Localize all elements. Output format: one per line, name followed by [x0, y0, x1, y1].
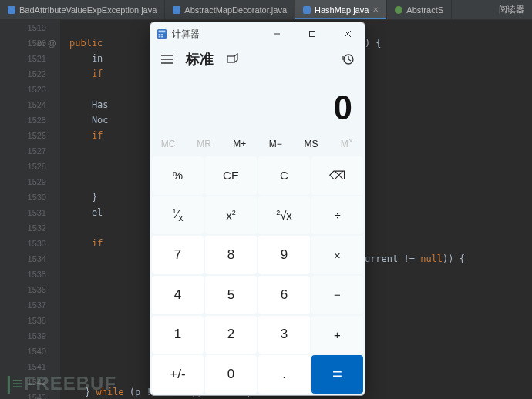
annotation-icon: @: [48, 35, 56, 51]
tab-label: AbstractMapDecorator.java: [184, 5, 287, 15]
keep-on-top-button[interactable]: [220, 47, 244, 72]
memory-minus[interactable]: M−: [258, 139, 293, 149]
line-number-gutter: o↑ @ 15191520152115221523152415251526152…: [0, 20, 60, 399]
maximize-icon: [308, 30, 316, 38]
editor-tab-bar: BadAttributeValueExpException.java Abstr…: [0, 0, 532, 20]
mode-bar: 标准: [150, 45, 365, 73]
key-multiply[interactable]: ×: [311, 236, 363, 274]
minimize-icon: [273, 30, 281, 38]
interface-icon: [395, 6, 402, 14]
key-1[interactable]: 1: [152, 316, 204, 354]
reader-mode-button[interactable]: 阅读器: [491, 0, 532, 19]
key-5[interactable]: 5: [205, 276, 257, 314]
tab-label: BadAttributeValueExpException.java: [19, 5, 157, 15]
implements-icon: o↑: [37, 35, 46, 51]
svg-rect-1: [159, 31, 166, 33]
key-sqrt[interactable]: 2√x: [258, 196, 310, 235]
calculator-app-icon: [157, 28, 167, 39]
memory-store[interactable]: MS: [293, 139, 328, 149]
key-backspace[interactable]: ⌫: [311, 156, 363, 195]
mode-label: 标准: [186, 50, 214, 69]
close-button[interactable]: [332, 22, 363, 45]
calc-display[interactable]: 0: [150, 73, 365, 133]
key-3[interactable]: 3: [258, 316, 310, 354]
key-equals[interactable]: =: [311, 355, 363, 394]
memory-plus[interactable]: M+: [222, 139, 258, 149]
class-icon: [303, 6, 311, 14]
keypad: % CE C ⌫ 1⁄x x2 2√x ÷ 7 8 9 × 4 5 6 − 1 …: [150, 155, 365, 395]
history-icon: [342, 53, 354, 65]
svg-rect-5: [161, 36, 163, 38]
svg-rect-3: [161, 34, 163, 35]
memory-clear[interactable]: MC: [150, 139, 186, 149]
class-icon: [8, 6, 15, 14]
key-8[interactable]: 8: [205, 236, 257, 274]
calculator-window: 计算器 标准: [150, 22, 365, 396]
memory-bar: MC MR M+ M− MS M˅: [150, 133, 365, 155]
close-icon[interactable]: ✕: [372, 5, 379, 14]
minimize-button[interactable]: [261, 22, 292, 45]
svg-rect-2: [159, 34, 161, 35]
hamburger-menu-button[interactable]: [155, 47, 180, 72]
svg-rect-7: [310, 32, 315, 37]
keep-on-top-icon: [226, 53, 238, 65]
key-sign[interactable]: +/-: [152, 355, 204, 394]
svg-rect-4: [159, 36, 161, 38]
editor-tab[interactable]: BadAttributeValueExpException.java: [0, 0, 165, 19]
editor-tab[interactable]: AbstractS: [387, 0, 452, 19]
history-button[interactable]: [335, 47, 360, 72]
memory-recall[interactable]: MR: [186, 139, 221, 149]
tab-label: AbstractS: [406, 5, 443, 15]
key-0[interactable]: 0: [205, 355, 257, 394]
key-square[interactable]: x2: [205, 196, 257, 235]
key-9[interactable]: 9: [258, 236, 310, 274]
key-clear[interactable]: C: [258, 156, 310, 195]
close-icon: [344, 30, 352, 38]
memory-list[interactable]: M˅: [329, 139, 365, 149]
titlebar[interactable]: 计算器: [150, 22, 365, 45]
key-decimal[interactable]: .: [258, 355, 310, 394]
key-add[interactable]: +: [311, 316, 363, 354]
svg-rect-13: [227, 56, 234, 62]
key-clear-entry[interactable]: CE: [205, 156, 257, 195]
editor-tab[interactable]: HashMap.java ✕: [295, 0, 387, 19]
key-7[interactable]: 7: [152, 236, 204, 274]
gutter-override-icons[interactable]: o↑ @: [37, 35, 56, 51]
key-divide[interactable]: ÷: [311, 196, 363, 235]
key-4[interactable]: 4: [152, 276, 204, 314]
tab-label: HashMap.java: [315, 5, 369, 15]
key-percent[interactable]: %: [152, 156, 204, 195]
maximize-button[interactable]: [297, 22, 328, 45]
hamburger-icon: [161, 55, 173, 64]
key-subtract[interactable]: −: [311, 276, 363, 314]
key-6[interactable]: 6: [258, 276, 310, 314]
key-reciprocal[interactable]: 1⁄x: [152, 196, 204, 235]
editor-tab[interactable]: AbstractMapDecorator.java: [165, 0, 295, 19]
window-title: 计算器: [172, 28, 257, 41]
class-icon: [173, 6, 180, 14]
key-2[interactable]: 2: [205, 316, 257, 354]
